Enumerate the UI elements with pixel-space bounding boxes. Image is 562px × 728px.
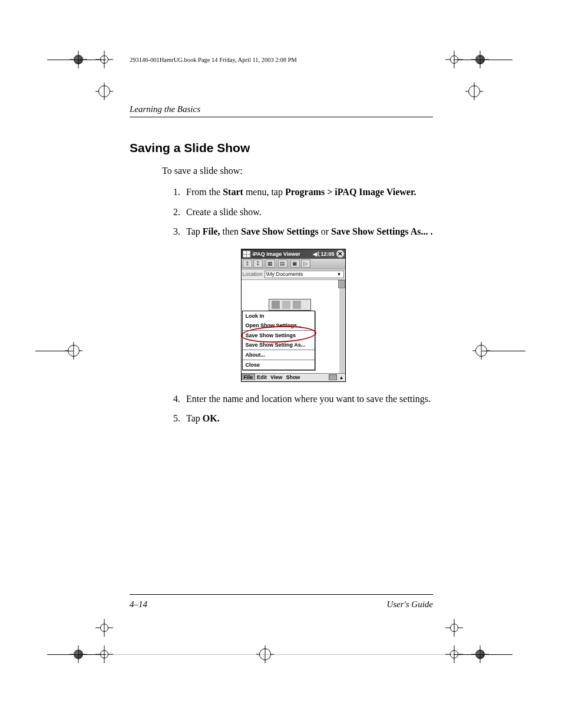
viewer-area: Look In Open Show Settings... Save Show …: [242, 280, 345, 373]
clock: 12:05: [320, 251, 334, 257]
page-footer: 4–14 User's Guide: [130, 594, 433, 610]
steps-list-cont: Enter the name and location where you wa…: [183, 393, 433, 425]
crop-line: [454, 654, 513, 655]
page-number: 4–14: [130, 599, 147, 610]
menu-look-in[interactable]: Look In: [243, 311, 315, 321]
reg-mark: [445, 619, 463, 637]
toolbar-up-icon[interactable]: ↥: [243, 259, 252, 268]
step-4: Enter the name and location where you wa…: [183, 393, 433, 406]
menubar-edit[interactable]: Edit: [255, 374, 269, 380]
file-menu-popup: Look In Open Show Settings... Save Show …: [242, 311, 315, 370]
step-3: Tap File, then Save Show Settings or Sav…: [183, 225, 433, 238]
keyboard-icon[interactable]: [329, 374, 337, 380]
step-2: Create a slide show.: [183, 206, 433, 219]
menu-save-show-settings[interactable]: Save Show Settings: [243, 331, 315, 340]
start-icon[interactable]: [243, 251, 251, 258]
step-1: From the Start menu, tap Programs > iPAQ…: [183, 186, 433, 199]
menu-save-show-settings-as[interactable]: Save Show Setting As...: [243, 340, 315, 350]
footer-rule: [130, 594, 433, 595]
crop-line: [35, 351, 73, 351]
reg-mark: [95, 83, 113, 100]
menubar-file[interactable]: File: [242, 374, 256, 380]
reg-mark: [95, 619, 113, 637]
window-title: iPAQ Image Viewer: [253, 251, 313, 257]
ipaq-window: iPAQ Image Viewer ◀ξ 12:05 ✕ ↥ ↧ ▦ ▤ ▣ ▷…: [241, 249, 346, 382]
crop-line: [454, 60, 513, 60]
thumbnail[interactable]: [269, 299, 311, 311]
running-head: Learning the Basics: [130, 104, 433, 114]
step-5: Tap OK.: [183, 412, 433, 425]
guide-label: User's Guide: [386, 599, 433, 610]
toolbar-play-icon[interactable]: ▷: [301, 259, 310, 268]
location-value: \My Documents: [266, 271, 303, 277]
embedded-screenshot: iPAQ Image Viewer ◀ξ 12:05 ✕ ↥ ↧ ▦ ▤ ▣ ▷…: [153, 249, 433, 382]
book-metadata: 293146-001HamrUG.book Page 14 Friday, Ap…: [130, 57, 433, 63]
toolbar-thumb-icon[interactable]: ▦: [266, 259, 275, 268]
section-rule: [130, 117, 433, 117]
menubar-show[interactable]: Show: [284, 374, 302, 380]
location-label: Location: [243, 271, 263, 277]
sip-arrow-icon[interactable]: ▲: [338, 375, 345, 380]
toolbar-slides-icon[interactable]: ▣: [290, 259, 300, 268]
steps-list: From the Start menu, tap Programs > iPAQ…: [183, 186, 433, 238]
menu-about[interactable]: About...: [243, 350, 315, 360]
menubar: File Edit View Show ▲: [242, 373, 345, 381]
page-heading: Saving a Slide Show: [130, 141, 433, 155]
page-content: 293146-001HamrUG.book Page 14 Friday, Ap…: [130, 57, 433, 432]
crop-line: [482, 351, 525, 351]
intro-text: To save a slide show:: [162, 166, 433, 176]
close-button[interactable]: ✕: [336, 250, 344, 258]
toolbar-down-icon[interactable]: ↧: [253, 259, 263, 268]
crop-line: [47, 654, 106, 655]
dropdown-arrow-icon: ▼: [336, 272, 342, 277]
speaker-icon[interactable]: ◀ξ: [313, 251, 319, 257]
reg-mark: [465, 83, 483, 100]
menu-open-show-settings[interactable]: Open Show Settings...: [243, 321, 315, 330]
crop-line: [100, 654, 461, 655]
toolbar: ↥ ↧ ▦ ▤ ▣ ▷: [242, 259, 345, 269]
menu-close[interactable]: Close: [243, 360, 315, 370]
location-dropdown[interactable]: \My Documents ▼: [265, 271, 344, 278]
location-row: Location \My Documents ▼: [242, 269, 345, 280]
crop-line: [47, 60, 106, 60]
menubar-view[interactable]: View: [269, 374, 284, 380]
toolbar-grid-icon[interactable]: ▤: [278, 259, 287, 268]
titlebar: iPAQ Image Viewer ◀ξ 12:05 ✕: [242, 249, 345, 259]
